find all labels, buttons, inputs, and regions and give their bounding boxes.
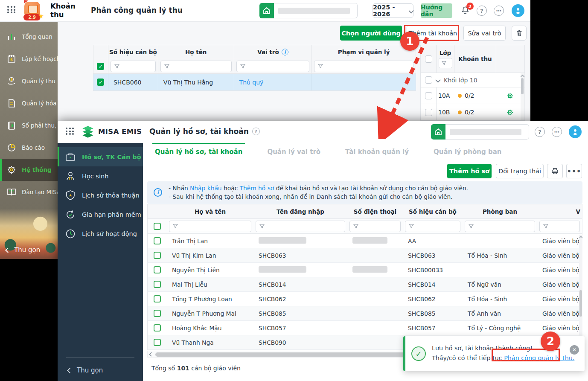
col-class: Lớp bbox=[440, 49, 451, 56]
sidebar-item-label: Học sinh bbox=[82, 173, 108, 180]
row-checkbox[interactable] bbox=[154, 281, 161, 288]
filter-role[interactable] bbox=[236, 61, 310, 72]
teacher-row[interactable]: Trần Thị Lan AA Giáo viên bộ bbox=[147, 234, 582, 248]
filter-fullname[interactable] bbox=[169, 221, 251, 232]
class-panel-scrollbar[interactable] bbox=[521, 73, 524, 120]
sidebar-item[interactable]: Quản lý hóa đơn bbox=[0, 92, 58, 114]
gear-icon bbox=[506, 108, 514, 116]
class-settings[interactable] bbox=[495, 108, 524, 116]
teacher-row[interactable]: Hoàng Khắc Mậu SHCB057 SHCB057 Tổ Lý - C… bbox=[147, 321, 582, 335]
tab[interactable]: Tài khoản quản lý bbox=[345, 143, 409, 161]
more-options-icon[interactable]: ⋯ bbox=[552, 127, 562, 137]
filter-class[interactable] bbox=[439, 58, 452, 68]
app-launcher-icon[interactable] bbox=[7, 6, 16, 13]
staff-name-cell: Vũ Thị Thu Hằng bbox=[158, 74, 234, 90]
toast-close-button[interactable]: ✕ bbox=[570, 345, 579, 355]
change-status-button[interactable]: Đổi trạng thái bbox=[496, 164, 544, 178]
class-settings[interactable] bbox=[495, 92, 524, 100]
row-checkbox[interactable] bbox=[154, 295, 161, 302]
sidebar-item[interactable]: Học sinh bbox=[58, 166, 143, 186]
sidebar-item[interactable]: ★ Lịch sử thỏa thuận bbox=[58, 186, 143, 205]
table-footer: Tổng số 101 cán bộ giáo viên bbox=[151, 365, 241, 372]
filter-department[interactable] bbox=[465, 221, 535, 232]
gear-icon bbox=[506, 92, 514, 100]
username-cell: SHCB057 bbox=[253, 325, 347, 332]
teacher-row[interactable]: Tống T Phương Loan SHCB062 SHCB062 Tổ Hó… bbox=[147, 292, 582, 306]
select-all-checkbox[interactable] bbox=[154, 223, 161, 230]
filter-staff-code[interactable] bbox=[405, 221, 460, 232]
sidebar-item[interactable]: Báo cáo bbox=[0, 137, 58, 159]
notification-bell[interactable]: 2 bbox=[460, 6, 470, 17]
school-year-dropdown[interactable]: 2025 - 2026 bbox=[373, 3, 413, 18]
sidebar-item[interactable]: Hệ thống bbox=[0, 159, 58, 181]
tab[interactable]: Quản lý vai trò bbox=[267, 143, 320, 161]
more-actions-button[interactable]: ••• bbox=[566, 164, 582, 178]
info-icon[interactable]: i bbox=[282, 49, 288, 55]
filter-phone[interactable] bbox=[349, 221, 401, 232]
notification-count-badge: 2 bbox=[466, 3, 474, 10]
sidebar-item[interactable]: $ Lập kế hoạch thu bbox=[0, 48, 58, 70]
sidebar-item[interactable]: $ Quản lý thu bbox=[0, 70, 58, 92]
info-banner: i - Nhấn Nhập khẩu hoặc Thêm hồ sơ để kh… bbox=[147, 181, 582, 204]
tab[interactable]: Quản lý phòng ban bbox=[434, 143, 502, 161]
guide-button[interactable]: Hướng dẫn bbox=[421, 3, 452, 18]
row-checkbox[interactable] bbox=[154, 310, 161, 317]
help-icon[interactable]: ? bbox=[535, 127, 545, 137]
annotation-arrow bbox=[366, 33, 437, 139]
window-misa-emis: MISA EMIS Quản lý hồ sơ, tài khoản ? ? ⋯ bbox=[58, 121, 588, 381]
vertical-scrollbar[interactable] bbox=[579, 235, 582, 351]
teacher-row[interactable]: Vũ Thị Kim Lan SHCB063 SHCB063 Tổ Hóa - … bbox=[147, 248, 582, 263]
class-name-cell: 10A bbox=[437, 92, 454, 99]
tab[interactable]: Quản lý hồ sơ, tài khoản bbox=[155, 143, 242, 161]
filter-username[interactable] bbox=[256, 221, 345, 232]
sidebar-item[interactable]: Đào tạo MISA bbox=[0, 181, 58, 203]
user-avatar[interactable] bbox=[569, 125, 582, 138]
row-checkbox[interactable] bbox=[154, 266, 161, 273]
row-checkbox[interactable]: ✓ bbox=[97, 79, 104, 86]
delete-button[interactable] bbox=[512, 26, 527, 41]
w1-content: Chọn người dùng Thêm tài khoản Sửa vai t… bbox=[58, 21, 530, 121]
teacher-row[interactable]: Mai Thị Liễu SHCB014 SHCB014 Tổ Ngữ văn … bbox=[147, 277, 582, 292]
row-checkbox[interactable] bbox=[154, 339, 161, 346]
w2-collapse-button[interactable]: Thu gọn bbox=[68, 366, 103, 374]
sidebar-divider bbox=[66, 357, 134, 358]
w1-collapse-button[interactable]: Thu gọn bbox=[6, 246, 40, 254]
school-selector[interactable] bbox=[431, 124, 529, 140]
briefcase-icon bbox=[65, 151, 76, 163]
edit-role-button[interactable]: Sửa vai trò bbox=[463, 26, 506, 41]
teacher-row[interactable]: Nguyễn Thị Liên SHCB00033 Giáo viên bộ bbox=[147, 263, 582, 277]
import-link[interactable]: Nhập khẩu bbox=[190, 185, 222, 192]
more-options-icon[interactable]: ⋯ bbox=[494, 6, 504, 16]
teacher-row[interactable]: Nguyễn T Phương Mai SHCB085 SHCB085 Tổ A… bbox=[147, 306, 582, 321]
sidebar-item-label: Báo cáo bbox=[22, 144, 45, 151]
row-checkbox[interactable] bbox=[154, 237, 161, 244]
name-cell: Hoàng Khắc Mậu bbox=[167, 325, 253, 332]
staff-role-link[interactable]: Thủ quỹ bbox=[234, 74, 312, 90]
filter-role[interactable] bbox=[539, 221, 580, 232]
scroll-left-icon[interactable] bbox=[149, 352, 153, 356]
department-cell: Tổ Lý - Công nghệ bbox=[463, 325, 537, 332]
staff-code-cell: SHCB062 bbox=[403, 296, 463, 302]
name-cell: Nguyễn Thị Liên bbox=[167, 267, 253, 273]
select-all-checkbox[interactable]: ✓ bbox=[97, 63, 104, 70]
sidebar-item[interactable]: Lịch sử hoạt động bbox=[58, 224, 143, 243]
row-checkbox[interactable] bbox=[154, 252, 161, 259]
print-button[interactable] bbox=[547, 164, 563, 178]
role-cell: Giáo viên bộ bbox=[537, 281, 582, 288]
row-checkbox[interactable] bbox=[154, 324, 161, 332]
user-avatar[interactable] bbox=[512, 4, 524, 17]
star-icon: ★ bbox=[38, 13, 44, 20]
sidebar-item[interactable]: $ Sổ phải thu, p bbox=[0, 114, 58, 137]
add-record-link[interactable]: Thêm hồ sơ bbox=[240, 185, 274, 192]
role-cell: Giáo viên bộ bbox=[537, 296, 582, 302]
add-record-button[interactable]: Thêm hồ sơ bbox=[447, 164, 492, 178]
help-icon[interactable]: ? bbox=[477, 6, 487, 16]
sidebar-item[interactable]: Tổng quan bbox=[0, 26, 58, 48]
filter-fullname[interactable] bbox=[160, 61, 232, 72]
help-icon[interactable]: ? bbox=[252, 128, 260, 135]
sidebar-item[interactable]: Hồ sơ, TK Cán bộ bbox=[58, 147, 143, 166]
sidebar-item[interactable]: Gia hạn phần mềm bbox=[58, 205, 143, 224]
school-selector[interactable] bbox=[259, 3, 358, 18]
filter-staff-code[interactable] bbox=[111, 61, 156, 72]
app-launcher-icon[interactable] bbox=[66, 128, 74, 135]
